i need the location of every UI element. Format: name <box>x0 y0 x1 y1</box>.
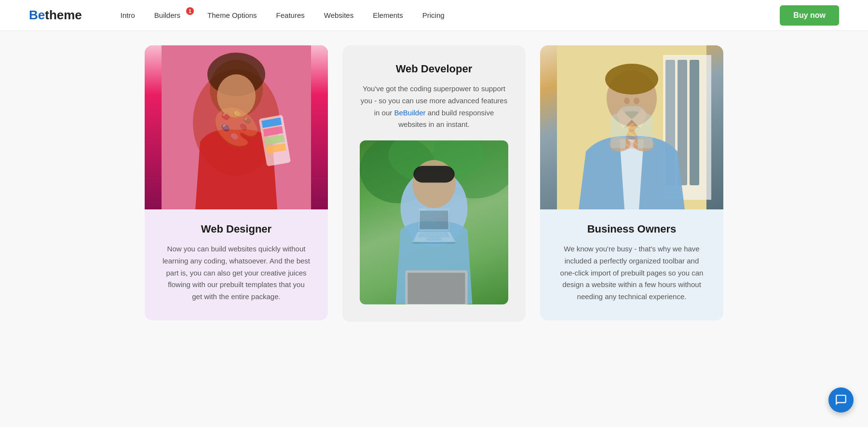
developer-top: Web Developer You've got the coding supe… <box>360 63 508 131</box>
logo-be: Be <box>29 8 45 23</box>
cards-container: Web Designer Now you can build websites … <box>96 45 772 322</box>
business-card-text: We know you're busy - that's why we have… <box>557 243 706 303</box>
svg-rect-25 <box>690 60 699 185</box>
svg-point-6 <box>217 74 256 118</box>
developer-image-wrap <box>360 140 508 304</box>
svg-point-28 <box>624 97 630 104</box>
logo-theme: theme <box>45 8 82 23</box>
designer-image <box>145 45 328 209</box>
svg-point-27 <box>605 64 658 95</box>
buy-now-button[interactable]: Buy now <box>780 5 839 26</box>
designer-image-wrap <box>145 45 328 209</box>
developer-image <box>360 140 508 304</box>
nav-links: Intro Builders 1 Theme Options Features … <box>121 11 780 19</box>
svg-point-29 <box>634 97 639 104</box>
svg-rect-18 <box>413 166 454 183</box>
business-card-title: Business Owners <box>557 223 706 235</box>
bebuilder-link[interactable]: BeBuilder <box>394 109 425 117</box>
logo[interactable]: Betheme <box>29 8 82 23</box>
card-business-owners: Business Owners We know you're busy - th… <box>540 45 723 320</box>
svg-point-30 <box>609 137 630 152</box>
svg-rect-20 <box>407 273 465 304</box>
business-image-wrap <box>540 45 723 209</box>
developer-card-title: Web Developer <box>360 63 508 75</box>
card-web-developer: Web Developer You've got the coding supe… <box>342 45 526 322</box>
card-web-designer: Web Designer Now you can build websites … <box>145 45 328 320</box>
designer-card-body: Web Designer Now you can build websites … <box>145 209 328 303</box>
designer-card-text: Now you can build websites quickly witho… <box>162 243 311 303</box>
nav-builders[interactable]: Builders 1 <box>154 11 188 19</box>
designer-card-title: Web Designer <box>162 223 311 235</box>
developer-card-text: You've got the coding superpower to supp… <box>360 83 508 131</box>
main-content: Web Designer Now you can build websites … <box>0 31 868 427</box>
svg-point-31 <box>633 137 654 152</box>
nav-websites[interactable]: Websites <box>324 11 353 19</box>
business-card-body: Business Owners We know you're busy - th… <box>540 209 723 303</box>
nav-features[interactable]: Features <box>276 11 305 19</box>
navbar: Betheme Intro Builders 1 Theme Options F… <box>0 0 868 31</box>
chat-icon <box>835 394 847 406</box>
business-image <box>540 45 723 209</box>
nav-intro[interactable]: Intro <box>121 11 135 19</box>
nav-pricing[interactable]: Pricing <box>422 11 445 19</box>
chat-bubble-button[interactable] <box>828 387 854 413</box>
builders-badge: 1 <box>186 7 194 15</box>
nav-theme-options[interactable]: Theme Options <box>207 11 257 19</box>
nav-elements[interactable]: Elements <box>373 11 403 19</box>
